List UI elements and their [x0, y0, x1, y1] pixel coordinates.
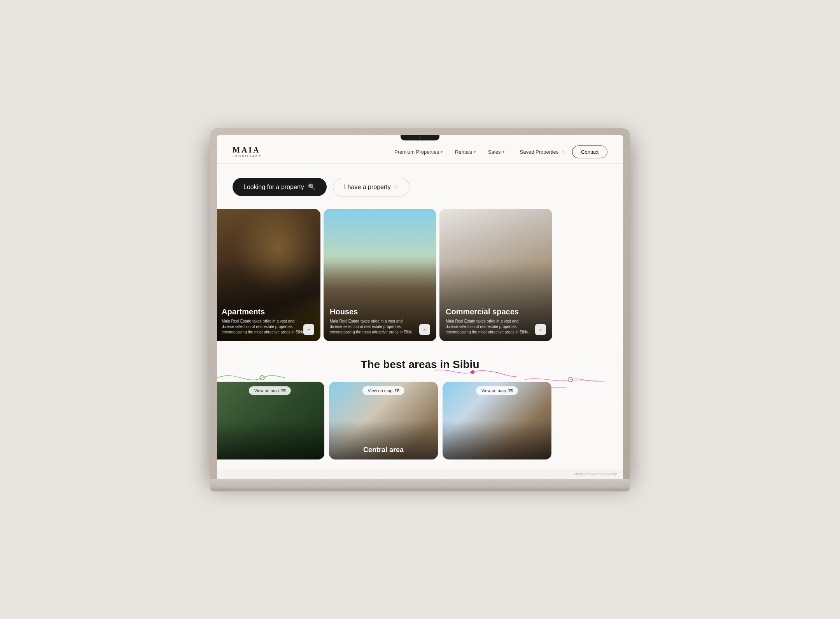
commercial-arrow-button[interactable]: » [535, 324, 546, 335]
saved-properties-button[interactable]: Saved Properties ⌂ [520, 148, 566, 156]
houses-card[interactable]: Houses Maia Real Estate takes pride in a… [324, 209, 436, 341]
svg-point-1 [471, 370, 475, 374]
laptop-bottom [210, 487, 630, 491]
nav-right: Saved Properties ⌂ Contact [520, 146, 607, 158]
map-icon: 🗺 [395, 388, 399, 393]
nav-sales[interactable]: Sales ▾ [488, 149, 504, 155]
webcam-dot [419, 137, 421, 139]
houses-arrow-button[interactable]: » [419, 324, 430, 335]
looking-label: Looking for a property [243, 184, 304, 191]
commercial-description: Maia Real Estate takes pride in a vast a… [446, 319, 531, 335]
houses-title: Houses [330, 307, 430, 316]
chevron-down-icon: ▾ [441, 150, 443, 154]
commercial-title: Commercial spaces [446, 307, 546, 316]
modern-area-card[interactable]: View on map 🗺 [443, 382, 551, 459]
commercial-card[interactable]: Commercial spaces Maia Real Estate takes… [439, 209, 552, 341]
view-map-central-button[interactable]: View on map 🗺 [362, 386, 404, 395]
contact-button[interactable]: Contact [572, 146, 607, 158]
map-icon: 🗺 [281, 388, 285, 393]
logo-subtitle: IMOBILIARE [233, 154, 262, 158]
apartments-description: Maia Real Estate takes pride in a vast a… [222, 319, 307, 335]
apartments-arrow-button[interactable]: » [303, 324, 314, 335]
chevron-down-icon: ▾ [474, 150, 476, 154]
chevron-down-icon: ▾ [502, 150, 504, 154]
website-content: MAIA IMOBILIARE Premium Properties ▾ Ren… [217, 135, 623, 469]
houses-description: Maia Real Estate takes pride in a vast a… [330, 319, 415, 335]
forest-area-content [217, 449, 324, 459]
property-cards-section: Apartments Maia Real Estate takes pride … [217, 207, 623, 343]
saved-properties-label: Saved Properties [520, 149, 559, 155]
area-cards: View on map 🗺 View on map [217, 380, 623, 461]
apartments-title: Apartments [222, 307, 314, 316]
central-area-content: Central area [329, 440, 438, 459]
hero-section: Looking for a property 🔍 I have a proper… [217, 164, 623, 207]
nav-rentals[interactable]: Rentals ▾ [455, 149, 476, 155]
looking-for-property-button[interactable]: Looking for a property 🔍 [233, 178, 327, 196]
modern-area-content [443, 449, 551, 459]
home-saved-icon: ⌂ [562, 148, 566, 156]
home-icon: ⌂ [395, 184, 399, 191]
central-area-card[interactable]: View on map 🗺 Central area [329, 382, 438, 459]
have-label: I have a property [344, 184, 391, 191]
webcam-notch [401, 135, 439, 140]
best-areas-section: The best areas in Sibiu View on map 🗺 [217, 343, 623, 469]
apartments-card[interactable]: Apartments Maia Real Estate takes pride … [217, 209, 320, 341]
laptop-base [210, 479, 630, 487]
view-map-modern-button[interactable]: View on map 🗺 [476, 386, 518, 395]
have-property-button[interactable]: I have a property ⌂ [333, 178, 410, 196]
central-area-title: Central area [334, 446, 432, 454]
nav-premium-properties[interactable]: Premium Properties ▾ [394, 149, 443, 155]
forest-area-card[interactable]: View on map 🗺 [217, 382, 324, 459]
navigation: MAIA IMOBILIARE Premium Properties ▾ Ren… [217, 140, 623, 164]
apartments-card-content: Apartments Maia Real Estate takes pride … [217, 301, 320, 341]
footer-credit: Designed by Creatif Agency [217, 469, 623, 479]
houses-card-content: Houses Maia Real Estate takes pride in a… [324, 301, 436, 341]
map-icon: 🗺 [508, 388, 513, 393]
view-map-forest-button[interactable]: View on map 🗺 [249, 386, 291, 395]
logo: MAIA IMOBILIARE [233, 146, 262, 158]
logo-name: MAIA [233, 146, 262, 154]
nav-links: Premium Properties ▾ Rentals ▾ Sales ▾ [394, 149, 504, 155]
svg-point-0 [260, 375, 264, 380]
search-icon: 🔍 [308, 183, 316, 191]
best-areas-title: The best areas in Sibiu [217, 358, 623, 371]
commercial-card-content: Commercial spaces Maia Real Estate takes… [439, 301, 552, 341]
laptop-frame: MAIA IMOBILIARE Premium Properties ▾ Ren… [210, 128, 630, 491]
